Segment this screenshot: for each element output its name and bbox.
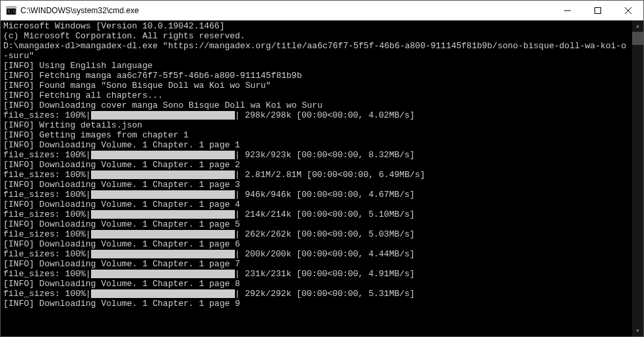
progress-line: file_sizes: 100%|| 200k/200k [00:00<00:0… — [3, 249, 629, 259]
progress-bar — [91, 210, 235, 219]
scrollbar-thumb[interactable] — [632, 32, 643, 45]
terminal-line: [INFO] Fetching all chapters... — [3, 91, 629, 100]
progress-suffix: | 2.81M/2.81M [00:00<00:00, 6.49MB/s] — [235, 170, 426, 180]
progress-suffix: | 200k/200k [00:00<00:00, 4.44MB/s] — [235, 249, 415, 259]
progress-prefix: file_sizes: 100%| — [3, 190, 91, 200]
maximize-icon — [595, 7, 601, 14]
progress-line: file_sizes: 100%|| 923k/923k [00:00<00:0… — [3, 150, 629, 160]
terminal-line: Microsoft Windows [Version 10.0.19042.14… — [3, 21, 629, 31]
close-icon — [625, 7, 631, 14]
progress-line: file_sizes: 100%|| 292k/292k [00:00<00:0… — [3, 289, 629, 299]
progress-bar — [91, 250, 235, 258]
terminal-line: [INFO] Downloading Volume. 1 Chapter. 1 … — [3, 279, 629, 289]
terminal-line: D:\mangadex-dl>mangadex-dl.exe "https://… — [3, 41, 629, 61]
progress-bar — [91, 170, 235, 179]
progress-suffix: | 946k/946k [00:00<00:00, 4.67MB/s] — [235, 190, 415, 200]
terminal-line: [INFO] Downloading Volume. 1 Chapter. 1 … — [3, 200, 629, 209]
progress-bar — [91, 151, 235, 159]
progress-suffix: | 262k/262k [00:00<00:00, 5.03MB/s] — [235, 229, 415, 239]
titlebar[interactable]: C:\ C:\WINDOWS\system32\cmd.exe — [1, 1, 643, 20]
terminal-area: Microsoft Windows [Version 10.0.19042.14… — [1, 20, 643, 336]
vertical-scrollbar[interactable]: ▲ ▼ — [632, 20, 643, 336]
terminal-line: [INFO] Downloading Volume. 1 Chapter. 1 … — [3, 140, 629, 150]
window-controls — [552, 1, 643, 20]
progress-line: file_sizes: 100%|| 946k/946k [00:00<00:0… — [3, 190, 629, 200]
terminal-line: [INFO] Downloading cover manga Sono Bisq… — [3, 100, 629, 110]
progress-suffix: | 231k/231k [00:00<00:00, 4.91MB/s] — [235, 269, 415, 279]
terminal-line: [INFO] Downloading Volume. 1 Chapter. 1 … — [3, 259, 629, 269]
progress-line: file_sizes: 100%|| 231k/231k [00:00<00:0… — [3, 269, 629, 279]
terminal-line: [INFO] Downloading Volume. 1 Chapter. 1 … — [3, 180, 629, 190]
progress-prefix: file_sizes: 100%| — [3, 269, 91, 279]
progress-line: file_sizes: 100%|| 262k/262k [00:00<00:0… — [3, 229, 629, 239]
maximize-button[interactable] — [583, 1, 613, 20]
progress-line: file_sizes: 100%|| 214k/214k [00:00<00:0… — [3, 209, 629, 219]
terminal-line: [INFO] Downloading Volume. 1 Chapter. 1 … — [3, 239, 629, 249]
minimize-icon — [564, 7, 571, 14]
cmd-window: C:\ C:\WINDOWS\system32\cmd.exe Microsof… — [0, 0, 644, 337]
terminal-line: [INFO] Getting images from chapter 1 — [3, 130, 629, 140]
terminal-line: [INFO] Downloading Volume. 1 Chapter. 1 … — [3, 219, 629, 229]
progress-suffix: | 298k/298k [00:00<00:00, 4.02MB/s] — [235, 110, 415, 120]
minimize-button[interactable] — [552, 1, 583, 20]
terminal-line: [INFO] Writing details.json — [3, 120, 629, 130]
progress-line: file_sizes: 100%|| 298k/298k [00:00<00:0… — [3, 110, 629, 120]
progress-line: file_sizes: 100%|| 2.81M/2.81M [00:00<00… — [3, 170, 629, 180]
progress-prefix: file_sizes: 100%| — [3, 289, 91, 299]
svg-text:C:\: C:\ — [8, 9, 15, 13]
close-button[interactable] — [613, 1, 643, 20]
window-title: C:\WINDOWS\system32\cmd.exe — [20, 6, 552, 15]
terminal-line: [INFO] Found manga "Sono Bisque Doll wa … — [3, 81, 629, 91]
progress-prefix: file_sizes: 100%| — [3, 150, 91, 160]
terminal-line: [INFO] Downloading Volume. 1 Chapter. 1 … — [3, 299, 629, 309]
progress-prefix: file_sizes: 100%| — [3, 249, 91, 259]
terminal-line: [INFO] Using English language — [3, 61, 629, 71]
scrollbar-up-arrow[interactable]: ▲ — [632, 20, 643, 32]
progress-bar — [91, 270, 235, 278]
terminal-line: [INFO] Fetching manga aa6c76f7-5f5f-46b6… — [3, 71, 629, 81]
svg-rect-4 — [595, 7, 601, 13]
progress-suffix: | 214k/214k [00:00<00:00, 5.10MB/s] — [235, 209, 415, 219]
scrollbar-down-arrow[interactable]: ▼ — [632, 325, 643, 336]
cmd-icon: C:\ — [6, 5, 16, 16]
progress-suffix: | 292k/292k [00:00<00:00, 5.31MB/s] — [235, 289, 415, 299]
terminal-line: [INFO] Downloading Volume. 1 Chapter. 1 … — [3, 160, 629, 170]
terminal-output[interactable]: Microsoft Windows [Version 10.0.19042.14… — [1, 20, 632, 336]
progress-bar — [91, 230, 235, 239]
progress-prefix: file_sizes: 100%| — [3, 229, 91, 239]
progress-prefix: file_sizes: 100%| — [3, 170, 91, 180]
progress-bar — [91, 111, 235, 120]
progress-bar — [91, 289, 235, 298]
progress-prefix: file_sizes: 100%| — [3, 209, 91, 219]
progress-suffix: | 923k/923k [00:00<00:00, 8.32MB/s] — [235, 150, 415, 160]
terminal-line: (c) Microsoft Corporation. All rights re… — [3, 31, 629, 41]
progress-prefix: file_sizes: 100%| — [3, 110, 91, 120]
progress-bar — [91, 190, 235, 199]
